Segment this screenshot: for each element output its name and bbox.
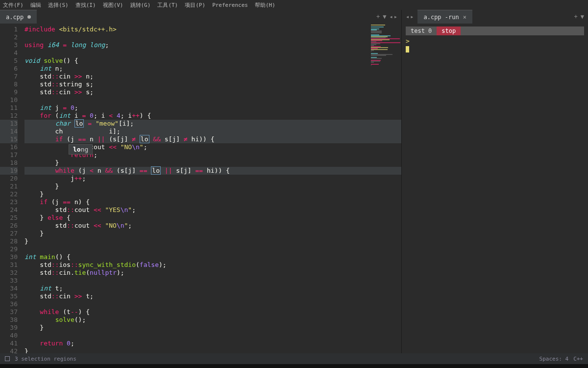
code-line[interactable]: } bbox=[24, 347, 401, 353]
code-line[interactable]: ch i]; bbox=[24, 128, 401, 135]
test-button[interactable]: test 0 bbox=[406, 26, 437, 35]
line-number: 11 bbox=[0, 104, 18, 112]
code-line[interactable]: std::cout << "NO\n"; bbox=[24, 222, 401, 230]
nav-fwd-icon[interactable]: ▸ bbox=[394, 13, 397, 20]
code-line[interactable]: std::cout << "YES\n"; bbox=[24, 206, 401, 214]
line-number: 22 bbox=[0, 190, 18, 198]
line-number: 1 bbox=[0, 26, 18, 33]
menu-item-find[interactable]: 查找(I) bbox=[75, 1, 96, 9]
tab-title: a.cpp -run bbox=[423, 14, 459, 21]
code-line[interactable] bbox=[24, 49, 401, 57]
code-line[interactable]: std::cin >> n; bbox=[24, 73, 401, 80]
status-language[interactable]: C++ bbox=[573, 356, 583, 362]
minimap[interactable] bbox=[371, 25, 400, 64]
code-line[interactable]: std::ios::sync_with_stdio(false); bbox=[24, 261, 401, 269]
code-line[interactable]: solve(); bbox=[24, 316, 401, 324]
nav-back-icon[interactable]: ◂ bbox=[406, 13, 409, 20]
code-line[interactable]: if (j == n) { bbox=[24, 198, 401, 206]
tab-controls-right: + ▼ bbox=[570, 10, 588, 24]
code-line[interactable]: for (int i = 0; i < 4; i++) { bbox=[24, 112, 401, 120]
code-line[interactable]: int t; bbox=[24, 285, 401, 292]
code-line[interactable]: return 0; bbox=[24, 340, 401, 347]
close-icon[interactable]: × bbox=[463, 14, 466, 21]
tab-title: a.cpp bbox=[6, 14, 24, 21]
run-bar-fill bbox=[461, 26, 584, 35]
line-number: 39 bbox=[0, 324, 18, 332]
run-output[interactable]: test 0 stop > bbox=[402, 24, 588, 353]
code-editor[interactable]: 1234567891011121314151617181920212223242… bbox=[0, 24, 401, 353]
code-line[interactable]: std::cin >> s; bbox=[24, 88, 401, 96]
code-line[interactable] bbox=[24, 33, 401, 41]
line-number: 36 bbox=[0, 300, 18, 308]
menu-item-view[interactable]: 视图(V) bbox=[103, 1, 123, 9]
panel-toggle-icon[interactable] bbox=[5, 356, 10, 361]
code-line[interactable]: } bbox=[24, 230, 401, 237]
tab-dropdown-icon[interactable]: ▼ bbox=[383, 13, 386, 20]
menu-bar: 文件(F) 编辑 选择(S) 查找(I) 视图(V) 跳转(G) 工具(T) 项… bbox=[0, 0, 588, 10]
code-line[interactable]: while (t--) { bbox=[24, 308, 401, 316]
code-line[interactable]: } bbox=[24, 324, 401, 332]
nav-fwd-icon[interactable]: ▸ bbox=[410, 13, 414, 20]
stop-button[interactable]: stop bbox=[437, 26, 461, 35]
code-line[interactable]: } bbox=[24, 237, 401, 245]
code-line[interactable]: if (j == n || (s[j] ≠ lo && s[j] ≠ hi)) … bbox=[24, 135, 401, 143]
tab-run[interactable]: a.cpp -run × bbox=[417, 10, 472, 24]
tab-a-cpp[interactable]: a.cpp bbox=[0, 10, 37, 24]
menu-item-select[interactable]: 选择(S) bbox=[48, 1, 69, 9]
line-number: 13 bbox=[0, 120, 18, 128]
code-line[interactable]: char lo = "meow"[i]; bbox=[24, 120, 401, 128]
code-line[interactable]: int main() { bbox=[24, 253, 401, 261]
run-button-row: test 0 stop bbox=[406, 26, 584, 35]
line-number: 3 bbox=[0, 41, 18, 49]
menu-item-preferences[interactable]: Preferences bbox=[212, 2, 248, 8]
code-line[interactable]: } bbox=[24, 183, 401, 190]
run-prompt-line: > bbox=[406, 37, 584, 45]
line-number: 17 bbox=[0, 151, 18, 159]
line-number: 6 bbox=[0, 65, 18, 73]
code-line[interactable]: using i64 = long long; bbox=[24, 41, 401, 49]
menu-item-tools[interactable]: 工具(T) bbox=[157, 1, 178, 9]
code-line[interactable]: std::string s; bbox=[24, 80, 401, 88]
tab-dropdown-icon[interactable]: ▼ bbox=[581, 13, 584, 20]
menu-item-file[interactable]: 文件(F) bbox=[3, 1, 24, 9]
code-line[interactable]: std::cin >> t; bbox=[24, 292, 401, 300]
line-number: 23 bbox=[0, 198, 18, 206]
line-number: 24 bbox=[0, 206, 18, 214]
code-area[interactable]: #include <bits/stdc++.h>using i64 = long… bbox=[23, 24, 401, 353]
cursor-icon bbox=[406, 46, 409, 53]
line-number: 15 bbox=[0, 135, 18, 143]
menu-item-project[interactable]: 项目(P) bbox=[185, 1, 205, 9]
code-line[interactable]: #include <bits/stdc++.h> bbox=[24, 26, 401, 33]
line-number: 30 bbox=[0, 253, 18, 261]
code-line[interactable]: int n; bbox=[24, 65, 401, 73]
line-number: 27 bbox=[0, 230, 18, 237]
tab-controls-left: + ▼ ◂ ▸ bbox=[372, 10, 401, 24]
nav-back-icon[interactable]: ◂ bbox=[390, 13, 393, 20]
code-line[interactable]: } bbox=[24, 190, 401, 198]
line-number: 41 bbox=[0, 340, 18, 347]
line-number: 37 bbox=[0, 308, 18, 316]
code-line[interactable]: } bbox=[24, 159, 401, 167]
run-cursor-line bbox=[406, 45, 584, 53]
code-line[interactable] bbox=[24, 96, 401, 104]
code-line[interactable] bbox=[24, 277, 401, 285]
code-line[interactable]: } else { bbox=[24, 214, 401, 222]
code-line[interactable] bbox=[24, 245, 401, 253]
menu-item-help[interactable]: 帮助(H) bbox=[255, 1, 275, 9]
editor-pane: a.cpp + ▼ ◂ ▸ 12345678910111213141516171… bbox=[0, 10, 402, 353]
code-line[interactable]: while (j < n && (s[j] == lo || s[j] == h… bbox=[24, 167, 401, 175]
status-bar: 3 selection regions Spaces: 4 C++ bbox=[0, 353, 588, 364]
new-tab-icon[interactable]: + bbox=[574, 13, 578, 20]
code-line[interactable] bbox=[24, 332, 401, 340]
menu-item-edit[interactable]: 编辑 bbox=[30, 1, 41, 9]
code-line[interactable]: int j = 0; bbox=[24, 104, 401, 112]
autocomplete-popup[interactable]: long bbox=[69, 144, 93, 155]
code-line[interactable]: std::cin.tie(nullptr); bbox=[24, 269, 401, 277]
code-line[interactable]: j++; bbox=[24, 175, 401, 183]
new-tab-icon[interactable]: + bbox=[376, 13, 380, 20]
code-line[interactable] bbox=[24, 300, 401, 308]
status-spaces[interactable]: Spaces: 4 bbox=[539, 356, 569, 362]
code-line[interactable]: void solve() { bbox=[24, 57, 401, 65]
line-gutter: 1234567891011121314151617181920212223242… bbox=[0, 24, 23, 353]
menu-item-goto[interactable]: 跳转(G) bbox=[130, 1, 151, 9]
